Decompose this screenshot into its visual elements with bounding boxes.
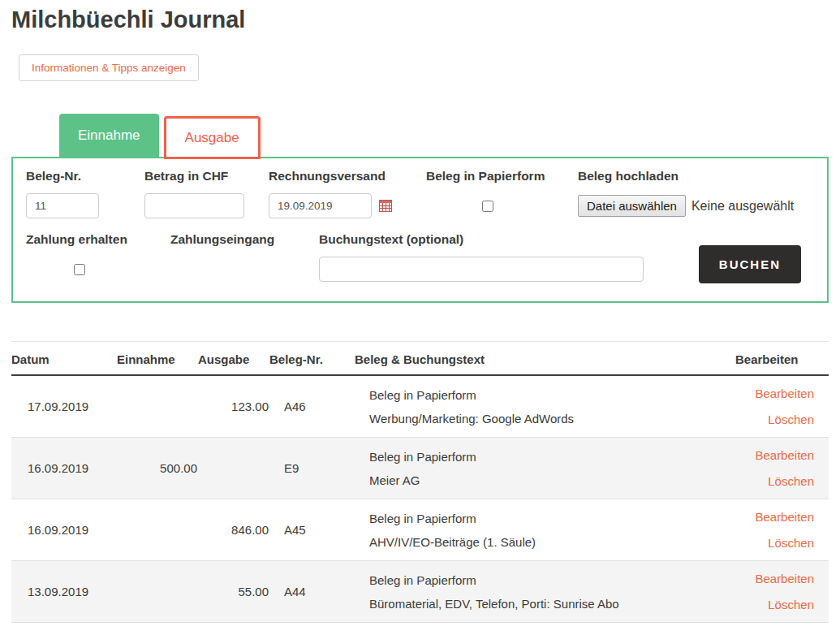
beleg-nr-input[interactable] <box>26 193 99 218</box>
form-row-2: Zahlung erhalten Zahlungseingang Buchung… <box>26 232 814 283</box>
edit-link[interactable]: Bearbeiten <box>736 445 814 465</box>
page-title: Milchbüechli Journal <box>11 6 829 33</box>
beleg-papierform-label: Beleg in Papierform <box>426 169 548 184</box>
table-header-row: Datum Einnahme Ausgabe Beleg-Nr. Beleg &… <box>11 342 829 376</box>
field-zahlung-erhalten: Zahlung erhalten <box>26 232 131 279</box>
row-date: 13.09.2019 <box>11 561 117 623</box>
field-betrag: Betrag in CHF <box>144 169 244 218</box>
file-status-text: Keine ausgewählt <box>691 199 794 214</box>
edit-link[interactable]: Bearbeiten <box>736 630 814 635</box>
header-bearbeiten: Bearbeiten <box>735 342 829 376</box>
field-beleg-papierform: Beleg in Papierform <box>426 169 548 215</box>
row-beleg-typ: Beleg in Papierform <box>369 385 734 405</box>
row-einnahme-amount: 500.00 <box>117 438 198 499</box>
row-beleg-typ: Beleg in Papierform <box>369 508 734 529</box>
page: Milchbüechli Journal Informationen & Tip… <box>0 6 840 635</box>
row-beleg-nr: A45 <box>269 499 355 561</box>
delete-link[interactable]: Löschen <box>736 594 814 615</box>
row-buchungstext: AHV/IV/EO-Beiträge (1. Säule) <box>369 532 734 552</box>
field-beleg-hochladen: Beleg hochladen Datei auswählen Keine au… <box>578 169 794 217</box>
edit-link[interactable]: Bearbeiten <box>736 507 814 527</box>
file-select-button[interactable]: Datei auswählen <box>578 195 686 217</box>
betrag-label: Betrag in CHF <box>144 169 244 184</box>
edit-link[interactable]: Bearbeiten <box>736 568 814 589</box>
header-datum: Datum <box>11 342 117 376</box>
row-ausgabe-amount: 846.00 <box>198 499 269 561</box>
info-tipps-button[interactable]: Informationen & Tipps anzeigen <box>19 54 199 81</box>
calendar-icon[interactable] <box>379 200 392 212</box>
table-row: 16.09.2019 846.00 A45 Beleg in Papierfor… <box>11 499 829 561</box>
row-beleg-nr: E8 <box>269 623 355 635</box>
field-beleg-nr: Beleg-Nr. <box>26 169 122 218</box>
delete-link[interactable]: Löschen <box>736 533 814 553</box>
buchungstext-label: Buchungstext (optional) <box>319 232 644 247</box>
betrag-input[interactable] <box>144 193 244 218</box>
tab-ausgabe[interactable]: Ausgabe <box>164 116 261 159</box>
row-einnahme-amount <box>117 561 198 623</box>
booking-form-panel: Beleg-Nr. Betrag in CHF Rechnungsversand <box>11 157 829 303</box>
row-date: 16.09.2019 <box>11 499 117 561</box>
field-rechnungsversand: Rechnungsversand <box>269 169 390 218</box>
rechnungsversand-input[interactable] <box>269 193 372 218</box>
rechnungsversand-label: Rechnungsversand <box>269 169 390 184</box>
table-row: 03.09.2019 1'500.00 E8 Beleg online Müll… <box>11 623 829 635</box>
row-ausgabe-amount <box>198 438 269 499</box>
table-row: 17.09.2019 123.00 A46 Beleg in Papierfor… <box>11 375 829 438</box>
field-buchungstext: Buchungstext (optional) <box>319 232 644 282</box>
row-ausgabe-amount: 55.00 <box>198 561 269 623</box>
delete-link[interactable]: Löschen <box>736 471 814 491</box>
beleg-papierform-checkbox[interactable] <box>482 201 493 212</box>
row-beleg-typ[interactable]: Beleg online <box>369 632 734 635</box>
row-einnahme-amount: 1'500.00 <box>117 623 198 635</box>
row-ausgabe-amount: 123.00 <box>198 375 269 438</box>
row-date: 16.09.2019 <box>11 438 117 499</box>
table-row: 13.09.2019 55.00 A44 Beleg in Papierform… <box>11 561 829 623</box>
zahlung-erhalten-checkbox[interactable] <box>74 264 85 275</box>
form-row-1: Beleg-Nr. Betrag in CHF Rechnungsversand <box>26 169 814 218</box>
row-date: 17.09.2019 <box>11 375 117 438</box>
tab-bar: Einnahme Ausgabe <box>59 114 829 157</box>
row-beleg-typ: Beleg in Papierform <box>369 570 734 590</box>
tab-einnahme[interactable]: Einnahme <box>59 114 159 157</box>
delete-link[interactable]: Löschen <box>736 409 814 430</box>
row-beleg-nr: A44 <box>269 561 355 623</box>
row-beleg-typ: Beleg in Papierform <box>369 447 734 467</box>
row-beleg-nr: E9 <box>269 438 355 499</box>
header-beleg-buchungstext: Beleg & Buchungstext <box>355 342 735 376</box>
buchungstext-input[interactable] <box>319 257 644 282</box>
header-einnahme: Einnahme <box>117 342 198 376</box>
header-beleg-nr: Beleg-Nr. <box>269 342 355 376</box>
beleg-nr-label: Beleg-Nr. <box>26 169 122 184</box>
table-row: 16.09.2019 500.00 E9 Beleg in Papierform… <box>11 438 829 499</box>
row-buchungstext: Büromaterial, EDV, Telefon, Porti: Sunri… <box>369 594 734 614</box>
journal-table-body: 17.09.2019 123.00 A46 Beleg in Papierfor… <box>11 375 829 635</box>
row-ausgabe-amount <box>198 623 269 635</box>
row-buchungstext: Werbung/Marketing: Google AdWords <box>369 408 734 429</box>
beleg-hochladen-label: Beleg hochladen <box>578 169 794 184</box>
header-ausgabe: Ausgabe <box>198 342 269 376</box>
journal-table: Datum Einnahme Ausgabe Beleg-Nr. Beleg &… <box>11 341 829 635</box>
row-einnahme-amount <box>117 375 198 438</box>
row-beleg-nr: A46 <box>269 375 355 438</box>
row-date: 03.09.2019 <box>11 623 117 635</box>
zahlung-erhalten-label: Zahlung erhalten <box>26 232 131 247</box>
buchen-button[interactable]: BUCHEN <box>699 245 801 283</box>
edit-link[interactable]: Bearbeiten <box>736 383 814 404</box>
zahlungseingang-label: Zahlungseingang <box>170 232 280 247</box>
field-zahlungseingang: Zahlungseingang <box>170 232 280 247</box>
row-einnahme-amount <box>117 499 198 561</box>
row-buchungstext: Meier AG <box>369 470 734 490</box>
